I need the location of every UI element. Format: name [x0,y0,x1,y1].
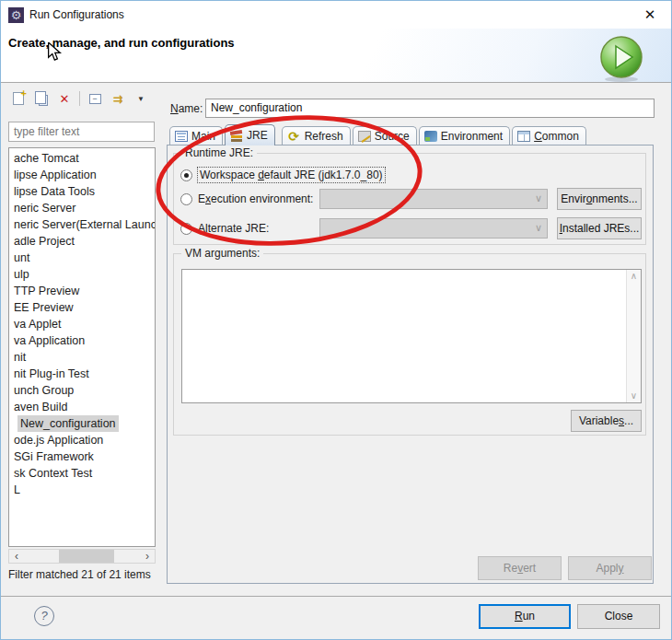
close-button[interactable]: Close [577,604,660,629]
tree-item[interactable]: lipse Data Tools [11,183,155,200]
tree-item[interactable]: unt [11,250,155,266]
execution-environment-label[interactable]: Execution environment: [198,192,313,205]
header-banner: Create, manage, and run configurations [1,29,671,82]
tree-item[interactable]: nit Plug-in Test [11,366,155,382]
toolbar-menu-button[interactable]: ▼ [133,90,149,107]
installed-jres-button[interactable]: Installed JREs... [557,217,642,239]
toolbar-separator [79,91,80,106]
filter-launch-configurations-button[interactable]: ⇉ [110,90,126,107]
run-banner-icon [597,34,645,82]
tree-item[interactable]: ode.js Application [11,432,155,448]
apply-button[interactable]: Apply [568,556,652,580]
filter-status: Filter matched 21 of 21 items [8,568,151,581]
dialog-heading: Create, manage, and run configurations [8,36,235,50]
tree-item[interactable]: lipse Application [11,167,155,183]
revert-button[interactable]: Revert [478,556,562,580]
alternate-jre-radio[interactable] [180,223,192,235]
environments-button[interactable]: Environments... [557,188,642,210]
scroll-down-icon[interactable]: ∨ [631,391,637,401]
tab-main[interactable]: Main [169,126,223,145]
vm-arguments-group: VM arguments: ∧ ∨ Variables... [173,253,646,436]
tree-horizontal-scrollbar[interactable]: ‹ › [8,549,156,564]
execution-environment-radio-row: Execution environment: [180,192,313,205]
title-bar: ⚙ Run Configurations ✕ [1,1,671,29]
tab-source[interactable]: Source [353,126,417,145]
dialog-body: + ✕ − ⇉ ▼ type filter text ache Tomcatli… [1,83,671,596]
tree-item[interactable]: ache Tomcat [11,150,155,167]
filter-input[interactable]: type filter text [8,122,155,142]
tree-item[interactable]: neric Server [11,200,155,216]
vm-vertical-scrollbar[interactable]: ∧ ∨ [626,270,641,402]
delete-configuration-button[interactable]: ✕ [56,90,73,107]
duplicate-icon [39,95,48,106]
scroll-left-icon[interactable]: ‹ [9,550,24,563]
filter-icon: ⇉ [113,92,123,106]
tree-item[interactable]: ulp [11,266,155,283]
tree-item[interactable]: va Applet [11,316,155,332]
tree-item[interactable]: neric Server(External Launch) [11,216,155,233]
variables-button[interactable]: Variables... [571,410,642,432]
combo-chevron-icon: ∨ [535,192,542,204]
tab-common[interactable]: Common [512,126,586,145]
collapse-all-button[interactable]: − [87,90,103,107]
tab-refresh[interactable]: ⟳ Refresh [282,126,351,145]
dialog-footer: ? Run Close [1,596,671,639]
environment-tab-icon [424,131,437,142]
jre-tab-icon [230,130,243,141]
tree-item[interactable]: New_configuration [11,415,155,432]
combo-chevron-icon: ∨ [535,222,542,234]
common-tab-icon [517,131,530,142]
tree-item[interactable]: EE Preview [11,299,155,316]
source-tab-icon [358,131,371,142]
workspace-default-jre-radio-row: Workspace default JRE (jdk1.7.0_80) [180,168,385,182]
tree-item[interactable]: aven Build [11,399,155,415]
tab-bar: Main JRE ⟳ Refresh Source Environment Co… [169,124,588,145]
jre-tab-panel: Runtime JRE: Workspace default JRE (jdk1… [167,145,654,584]
tree-item[interactable]: nit [11,349,155,366]
close-icon[interactable]: ✕ [641,6,659,24]
tab-jre[interactable]: JRE [225,124,275,145]
tree-item[interactable]: unch Group [11,382,155,399]
tab-environment[interactable]: Environment [419,126,510,145]
tree-item[interactable]: TTP Preview [11,283,155,299]
new-launch-config-icon: + [13,92,24,105]
window-title: Run Configurations [29,8,124,21]
execution-environment-combo[interactable]: ∨ [319,189,548,209]
runtime-jre-group-label: Runtime JRE: [181,146,257,159]
scrollbar-track[interactable] [24,550,140,563]
scrollbar-thumb[interactable] [59,550,114,563]
new-configuration-button[interactable]: + [10,90,27,107]
workspace-default-jre-label[interactable]: Workspace default JRE (jdk1.7.0_80) [198,168,385,182]
configuration-tree[interactable]: ache Tomcatlipse Applicationlipse Data T… [8,147,156,547]
tree-item[interactable]: sk Context Test [11,465,155,482]
vm-arguments-group-label: VM arguments: [181,247,263,260]
alternate-jre-combo[interactable]: ∨ [319,218,548,239]
collapse-all-icon: − [89,94,101,104]
runtime-jre-group: Runtime JRE: Workspace default JRE (jdk1… [173,153,646,245]
workspace-default-jre-radio[interactable] [180,169,192,181]
run-button[interactable]: Run [479,604,571,629]
dropdown-caret-icon: ▼ [137,95,145,103]
configurations-toolbar: + ✕ − ⇉ ▼ [10,89,149,108]
help-icon[interactable]: ? [34,606,54,626]
run-configurations-dialog: ⚙ Run Configurations ✕ Create, manage, a… [0,0,672,640]
duplicate-configuration-button[interactable] [33,90,50,107]
name-label: Name: [170,102,203,115]
main-tab-icon [175,131,188,142]
tree-item[interactable]: SGi Framework [11,448,155,465]
name-input[interactable]: New_configuration [205,99,655,118]
alternate-jre-radio-row: Alternate JRE: [180,222,269,235]
scroll-right-icon[interactable]: › [140,550,155,563]
run-configurations-gear-icon: ⚙ [8,7,24,23]
scroll-up-icon[interactable]: ∧ [631,272,637,281]
tree-item[interactable]: L [11,482,155,498]
tree-item[interactable]: adle Project [11,233,155,250]
vm-arguments-textarea[interactable]: ∧ ∨ [181,269,642,403]
alternate-jre-label[interactable]: Alternate JRE: [198,222,269,235]
tree-item[interactable]: va Application [11,332,155,349]
execution-environment-radio[interactable] [180,193,192,205]
refresh-tab-icon: ⟳ [287,131,301,142]
delete-icon: ✕ [60,92,70,106]
